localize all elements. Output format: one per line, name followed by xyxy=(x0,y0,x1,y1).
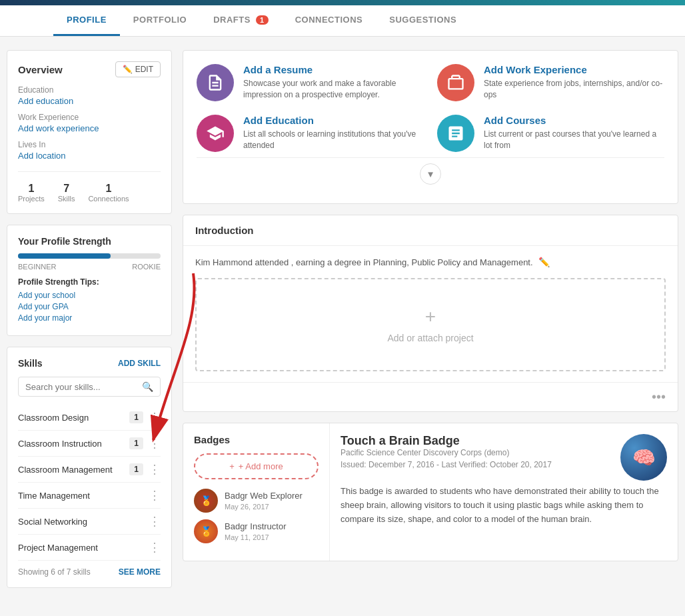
badge-instructor-icon: 🏅 xyxy=(194,519,218,543)
card-courses-text: Add Courses List current or past courses… xyxy=(484,115,664,151)
collapse-cards-button[interactable]: ▼ xyxy=(420,163,441,185)
profile-strength-title: Your Profile Strength xyxy=(18,236,161,247)
card-education-text: Add Education List all schools or learni… xyxy=(243,115,424,151)
touch-brain-org: Pacific Science Center Discovery Corps (… xyxy=(341,448,552,457)
card-courses-desc: List current or past courses that you've… xyxy=(484,129,664,151)
skill-menu-icon[interactable]: ⋮ xyxy=(149,540,161,555)
skill-menu-icon[interactable]: ⋮ xyxy=(149,410,161,425)
badges-section: Badges + + Add more 🏅 Badgr Web Explorer… xyxy=(183,423,678,561)
card-resume: Add a Resume Showcase your work and make… xyxy=(197,64,424,101)
top-bar xyxy=(0,0,685,5)
search-icon: 🔍 xyxy=(142,381,153,392)
skill-count: 1 xyxy=(129,411,143,423)
chevron-down-icon: ▼ xyxy=(426,169,434,179)
card-resume-text: Add a Resume Showcase your work and make… xyxy=(243,64,424,101)
search-input[interactable] xyxy=(25,382,142,392)
card-resume-title[interactable]: Add a Resume xyxy=(243,64,424,75)
main-nav: PROFILE PORTFOLIO DRAFTS 1 CONNECTIONS S… xyxy=(0,5,685,37)
nav-profile[interactable]: PROFILE xyxy=(53,5,120,36)
card-resume-desc: Showcase your work and make a favorable … xyxy=(243,78,424,101)
pencil-icon: ✏️ xyxy=(123,65,133,74)
badges-left: Badges + + Add more 🏅 Badgr Web Explorer… xyxy=(183,423,330,561)
card-work: Add Work Experience State experience fro… xyxy=(437,64,664,101)
skills-header: Skills ADD SKILL xyxy=(18,358,161,369)
add-location-link[interactable]: Add location xyxy=(18,151,161,161)
sidebar-stats: 1 Projects 7 Skills 1 Connections xyxy=(18,171,161,203)
tip-school[interactable]: Add your school xyxy=(18,291,161,300)
skills-section: Skills ADD SKILL 🔍 Classroom Design 1 ⋮ … xyxy=(7,347,172,588)
badge-web-explorer-icon: 🏅 xyxy=(194,489,218,513)
introduction-section: Introduction Kim Hammond attended , earn… xyxy=(183,215,678,412)
edit-intro-icon[interactable]: ✏️ xyxy=(538,257,550,267)
nav-suggestions[interactable]: SUGGESTIONS xyxy=(376,5,470,36)
connections-stat: 1 Connections xyxy=(88,183,129,203)
strength-bar-fill xyxy=(18,253,111,259)
plus-icon: + xyxy=(229,461,235,471)
edit-button[interactable]: ✏️ EDIT xyxy=(115,61,161,77)
cards-container: Add a Resume Showcase your work and make… xyxy=(183,50,678,204)
resume-icon xyxy=(197,64,234,101)
tip-gpa[interactable]: Add your GPA xyxy=(18,302,161,311)
badge-instructor: 🏅 Badgr Instructor May 11, 2017 xyxy=(194,519,319,543)
touch-brain-header: Touch a Brain Badge Pacific Science Cent… xyxy=(341,434,667,481)
skill-social-networking: Social Networking ⋮ xyxy=(18,509,161,535)
tips-title: Profile Strength Tips: xyxy=(18,277,161,287)
card-courses: Add Courses List current or past courses… xyxy=(437,115,664,152)
add-project-label: Add or attach project xyxy=(387,333,473,343)
introduction-header: Introduction xyxy=(183,215,678,246)
skill-count: 1 xyxy=(129,437,143,449)
nav-portfolio[interactable]: PORTFOLIO xyxy=(120,5,200,36)
badges-title: Badges xyxy=(194,434,319,445)
tip-major[interactable]: Add your major xyxy=(18,313,161,323)
nav-connections[interactable]: CONNECTIONS xyxy=(282,5,376,36)
skill-menu-icon[interactable]: ⋮ xyxy=(149,436,161,451)
skill-time-management: Time Management ⋮ xyxy=(18,483,161,509)
add-more-button[interactable]: + + Add more xyxy=(194,453,319,479)
section-footer: ••• xyxy=(183,382,678,411)
skill-project-management: Project Management ⋮ xyxy=(18,535,161,561)
skill-menu-icon[interactable]: ⋮ xyxy=(149,488,161,503)
work-label: Work Experience xyxy=(18,113,161,122)
skill-menu-icon[interactable]: ⋮ xyxy=(149,462,161,477)
skill-menu-icon[interactable]: ⋮ xyxy=(149,514,161,529)
see-more-link[interactable]: SEE MORE xyxy=(119,567,161,577)
card-courses-title[interactable]: Add Courses xyxy=(484,115,664,126)
skills-title: Skills xyxy=(18,358,43,369)
skills-search-container: 🔍 xyxy=(18,377,161,397)
education-icon xyxy=(197,115,234,152)
touch-brain-date: Issued: December 7, 2016 - Last Verified… xyxy=(341,460,552,469)
add-work-link[interactable]: Add work experience xyxy=(18,123,161,133)
projects-stat: 1 Projects xyxy=(18,183,45,203)
strength-bar-bg xyxy=(18,253,161,259)
profile-strength-section: Your Profile Strength BEGINNER ROOKIE Pr… xyxy=(7,225,172,336)
card-education-desc: List all schools or learning institution… xyxy=(243,129,424,151)
badges-right: Touch a Brain Badge Pacific Science Cent… xyxy=(330,423,678,561)
education-label: Education xyxy=(18,85,161,95)
add-education-link[interactable]: Add education xyxy=(18,96,161,106)
more-options-icon[interactable]: ••• xyxy=(652,389,666,405)
add-skill-button[interactable]: ADD SKILL xyxy=(118,359,161,368)
badge-instructor-info: Badgr Instructor May 11, 2017 xyxy=(225,521,287,542)
card-education-title[interactable]: Add Education xyxy=(243,115,424,126)
skill-classroom-management: Classroom Management 1 ⋮ xyxy=(18,457,161,483)
overview-header: Overview ✏️ EDIT xyxy=(18,61,161,77)
card-work-title[interactable]: Add Work Experience xyxy=(484,64,664,75)
touch-brain-badge-image: 🧠 xyxy=(620,434,667,481)
card-education: Add Education List all schools or learni… xyxy=(197,115,424,152)
skills-stat: 7 Skills xyxy=(58,183,75,203)
skill-classroom-instruction: Classroom Instruction 1 ⋮ xyxy=(18,431,161,457)
badge-web-explorer: 🏅 Badgr Web Explorer May 26, 2017 xyxy=(194,489,319,513)
plus-icon: + xyxy=(425,306,436,327)
touch-brain-desc: This badge is awarded to students who ha… xyxy=(341,485,667,526)
nav-drafts[interactable]: DRAFTS 1 xyxy=(200,5,281,36)
touch-brain-title: Touch a Brain Badge xyxy=(341,434,552,448)
introduction-body: Kim Hammond attended , earning a degree … xyxy=(183,246,678,382)
strength-labels: BEGINNER ROOKIE xyxy=(18,263,161,271)
skill-classroom-design: Classroom Design 1 ⋮ xyxy=(18,405,161,431)
sidebar: Overview ✏️ EDIT Education Add education… xyxy=(7,50,172,588)
badge-web-explorer-info: Badgr Web Explorer May 26, 2017 xyxy=(225,491,303,511)
touch-brain-title-area: Touch a Brain Badge Pacific Science Cent… xyxy=(341,434,552,477)
cards-grid: Add a Resume Showcase your work and make… xyxy=(197,64,664,152)
work-icon xyxy=(437,64,474,101)
add-project-box[interactable]: + Add or attach project xyxy=(195,278,666,371)
